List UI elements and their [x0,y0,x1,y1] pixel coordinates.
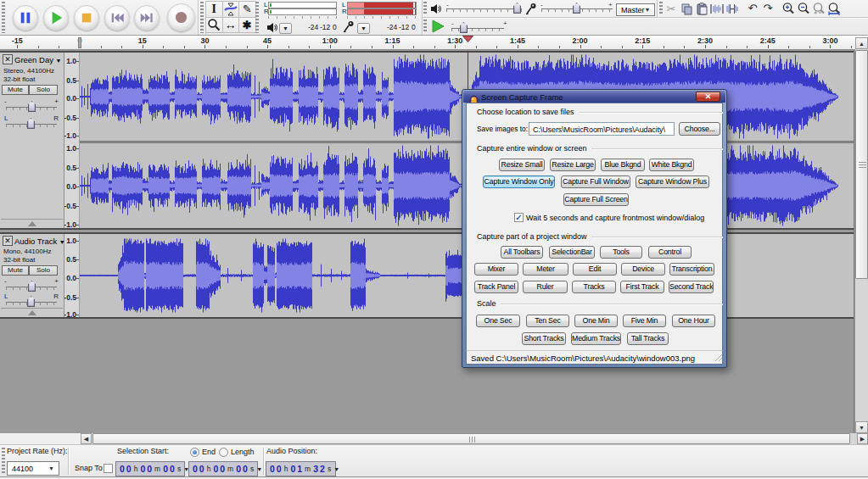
time-field-arrow-icon[interactable]: ▼ [256,466,262,472]
track2-pan-slider[interactable]: L R [4,294,59,307]
selection-toolbar-grabber[interactable] [2,448,5,475]
dialog-button-tools[interactable]: Tools [600,246,642,259]
dialog-button-capture-full-window[interactable]: Capture Full Window [561,175,630,188]
wait-5-seconds-checkbox[interactable]: ✓ [514,213,524,222]
envelope-tool[interactable] [223,2,240,18]
dialog-button-short-tracks[interactable]: Short Tracks [522,332,566,345]
dialog-button-second-track[interactable]: Second Track [669,281,714,293]
trim-outside-selection-button[interactable] [710,2,724,15]
track1-solo-button[interactable]: Solo [29,85,58,95]
dialog-button-resize-small[interactable]: Resize Small [499,159,545,171]
playspeed-thumb[interactable] [460,22,468,33]
selection-tool[interactable]: I [206,2,223,18]
edit-grabber[interactable] [659,2,663,15]
dialog-button-edit[interactable]: Edit [573,263,617,276]
record-button[interactable] [167,3,195,31]
track1-vertical-ruler[interactable]: 1.00.50.0-0.5-1.0 1.00.50.0-0.5-1.0 [64,53,80,228]
zoom-in-button[interactable] [781,2,795,15]
dialog-button-meter[interactable]: Meter [523,263,568,276]
recording-meter-l-bar[interactable] [347,2,417,8]
playback-meter-r-bar[interactable] [268,8,337,15]
track1-mute-button[interactable]: Mute [2,85,29,95]
stop-button[interactable] [74,5,99,31]
dialog-button-one-min[interactable]: One Min [574,315,618,327]
length-radio[interactable] [219,448,228,457]
choose-button[interactable]: Choose... [679,122,720,136]
selection-start-field[interactable]: 00h00m00s▼ [115,461,185,476]
track2-gain-slider[interactable]: - + [4,279,59,292]
dialog-title-bar[interactable]: Screen Capture Frame ✕ [463,91,725,103]
dialog-button-one-sec[interactable]: One Sec [476,315,520,327]
dialog-button-first-track[interactable]: First Track [620,281,664,293]
dialog-button-all-toolbars[interactable]: All Toolbars [501,246,543,259]
mixer-grabber[interactable] [423,2,427,15]
track1-gain-slider[interactable]: - + [4,99,59,112]
track1-pan-slider[interactable]: L R [4,116,59,129]
snap-to-checkbox[interactable] [104,464,113,473]
meter-grabber[interactable] [255,2,259,33]
playhead-triangle-icon[interactable] [462,36,473,42]
track2-title-menu[interactable]: Audio Track ▼ [14,237,65,246]
recording-meter-r-bar[interactable] [347,8,417,15]
undo-button[interactable]: ↶ [746,2,759,15]
dialog-button-track-panel[interactable]: Track Panel [474,281,518,293]
project-rate-combo[interactable]: 44100 ▼ [7,461,59,476]
scroll-left-button[interactable]: ◀ [81,433,92,444]
dialog-button-ten-sec[interactable]: Ten Sec [526,315,569,327]
save-path-input[interactable]: C:\Users\MusicRoom\Pictures\Audacity\ [529,122,675,136]
multi-tool[interactable]: ✱ [239,18,256,34]
dialog-button-one-hour[interactable]: One Hour [672,315,715,327]
dialog-button-transcription[interactable]: Transcription [669,263,714,276]
dialog-button-capture-window-only[interactable]: Capture Window Only [483,175,555,188]
input-device-combo[interactable]: Master ▼ [616,3,655,16]
fit-selection-button[interactable] [812,2,826,15]
track2-close-button[interactable]: ✕ [3,236,13,246]
track1-title-menu[interactable]: Green Day ▼ [14,55,62,64]
dialog-button-five-min[interactable]: Five Min [623,315,666,327]
end-radio[interactable] [190,448,199,457]
dialog-button-resize-large[interactable]: Resize Large [550,159,596,171]
dialog-button-tall-tracks[interactable]: Tall Tracks [627,332,669,345]
pause-button[interactable] [13,5,38,31]
audio-position-field[interactable]: 00h01m32s▼ [266,461,336,476]
dialog-resize-grip-icon[interactable] [715,354,722,361]
recording-volume-thumb[interactable] [573,3,580,14]
dialog-button-tracks[interactable]: Tracks [572,281,616,293]
play-button[interactable] [43,5,69,31]
dialog-button-ruler[interactable]: Ruler [523,281,568,293]
skip-to-start-button[interactable] [104,5,130,31]
track1-collapse-button[interactable] [1,219,63,227]
scroll-down-button[interactable]: ▼ [855,421,868,433]
track2-mute-button[interactable]: Mute [2,265,29,276]
timeshift-tool[interactable]: ↔ [223,18,240,34]
play-at-speed-button[interactable] [430,19,447,34]
scroll-right-button[interactable]: ▶ [857,433,868,444]
cut-button[interactable]: ✂ [664,2,678,15]
playback-meter-dropdown[interactable]: ▼ [279,23,292,34]
paste-button[interactable] [695,2,708,15]
tools-grabber[interactable] [200,2,204,33]
dialog-button-capture-full-screen[interactable]: Capture Full Screen [563,193,629,206]
dialog-button-blue-bkgnd[interactable]: Blue Bkgnd [601,159,645,171]
track2-collapse-button[interactable] [1,308,63,316]
time-field-arrow-icon[interactable]: ▼ [333,466,339,472]
dialog-button-white-bkgnd[interactable]: White Bkgnd [649,159,694,171]
horizontal-scrollbar[interactable]: ◀ ▶ [81,433,868,444]
transport-grabber[interactable] [2,2,5,33]
copy-button[interactable] [680,2,693,15]
playback-meter-l-bar[interactable] [268,2,337,8]
vertical-scrollbar[interactable]: ▲ ▼ [855,37,868,433]
scroll-up-button[interactable]: ▲ [855,37,868,49]
recording-meter-dropdown[interactable]: ▼ [357,23,370,34]
zoom-tool[interactable] [206,18,223,34]
dialog-button-capture-window-plus[interactable]: Capture Window Plus [636,175,709,188]
dialog-button-mixer[interactable]: Mixer [474,263,518,276]
dialog-button-control[interactable]: Control [648,246,692,259]
dialog-close-button[interactable]: ✕ [696,92,720,102]
playback-volume-thumb[interactable] [513,3,521,14]
skip-to-end-button[interactable] [134,5,160,31]
selection-end-field[interactable]: 00h00m00s▼ [188,461,258,476]
dialog-button-device[interactable]: Device [621,263,665,276]
dialog-button-selectionbar[interactable]: SelectionBar [549,246,595,259]
draw-tool[interactable]: ✎ [239,2,256,18]
